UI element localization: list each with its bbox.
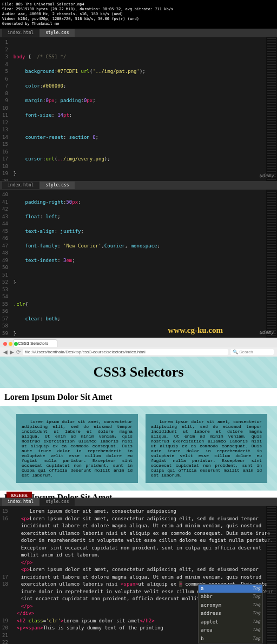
udemy-watermark: udemy: [259, 329, 274, 337]
autocomplete-item[interactable]: appletTag: [199, 618, 262, 627]
editor-tabs: index.html style.css: [0, 498, 277, 506]
tab-style-css[interactable]: style.css: [40, 182, 74, 189]
address-bar: ◀ ▶ ⟳ file:///Users/benfhala/Desktop/css…: [0, 347, 277, 357]
autocomplete-item[interactable]: aTag: [199, 585, 262, 593]
search-input[interactable]: 🔍 Search: [230, 349, 274, 355]
code-editor-2: index.html style.css 4041424344454647484…: [0, 181, 277, 338]
meta-size: Size: 29519700 bytes (28.22 MiB), durati…: [2, 7, 275, 12]
line-gutter: 1516 1718 19202122: [0, 506, 11, 644]
minimize-icon[interactable]: [9, 342, 12, 346]
meta-audio: Audio: aac, 48000 Hz, 2 channels, s16, 1…: [2, 12, 275, 17]
browser-tab[interactable]: CSS3 Selectors: [13, 339, 57, 347]
minimap[interactable]: [266, 37, 277, 181]
badge-02geek: 02GEEK: [6, 492, 32, 498]
traffic-lights[interactable]: [3, 342, 18, 346]
text-column-1: Lorem ipsum dolor sit amet, consectetur …: [16, 414, 138, 483]
udemy-watermark: udemy: [259, 172, 274, 180]
page-title: CSS3 Selectors: [0, 357, 277, 388]
autocomplete-item[interactable]: addressTag: [199, 609, 262, 618]
editor-tabs: index.html style.css: [0, 181, 277, 190]
back-button[interactable]: ◀: [3, 349, 8, 355]
autocomplete-popup[interactable]: aTag abbrTag acronymTag addressTag apple…: [198, 584, 263, 644]
minimap[interactable]: [266, 506, 277, 644]
thumbnail-metadata: File: 005 The Universal Selector.mp4 Siz…: [0, 0, 277, 29]
maximize-icon[interactable]: [14, 342, 18, 346]
page-content: CSS3 Selectors Lorem Ipsum Dolor Sit Ame…: [0, 357, 277, 498]
tab-index-html[interactable]: index.html: [2, 182, 39, 189]
forward-button[interactable]: ▶: [10, 349, 14, 355]
tab-index-html[interactable]: index.html: [2, 29, 39, 37]
autocomplete-item[interactable]: areaTag: [199, 626, 262, 635]
minimap[interactable]: [266, 190, 277, 338]
tab-index-html[interactable]: index.html: [2, 498, 39, 506]
tab-style-css[interactable]: style.css: [40, 29, 74, 37]
browser-window: CSS3 Selectors ◀ ▶ ⟳ file:///Users/benfh…: [0, 338, 277, 498]
cgku-watermark: www.cg-ku.com: [168, 324, 223, 337]
autocomplete-item[interactable]: abbrTag: [199, 593, 262, 601]
tab-style-css[interactable]: style.css: [40, 498, 74, 506]
autocomplete-item[interactable]: bTag: [199, 635, 262, 643]
autocomplete-item[interactable]: acronymTag: [199, 601, 262, 610]
reload-button[interactable]: ⟳: [16, 349, 21, 355]
editor-tabs: index.html style.css: [0, 29, 277, 37]
meta-file: File: 005 The Universal Selector.mp4: [2, 2, 275, 7]
meta-video: Video: h264, yuv420p, 1280x720, 516 kb/s…: [2, 17, 275, 22]
code-editor-3: index.html style.css 1516 1718 19202122 …: [0, 498, 277, 644]
meta-gen: Generated by Thumbnail me: [2, 22, 275, 26]
section-heading: Lorem Ipsum Dolor Sit Amet: [0, 388, 277, 406]
url-input[interactable]: file:///Users/benfhala/Desktop/css3-cour…: [23, 349, 228, 355]
section-heading-2: Lorem Ipsum Dolor Sit Amet 02GEEK udemy: [0, 491, 277, 498]
text-column-2: Lorem ipsum dolor sit amet, consectetur …: [146, 414, 267, 483]
code-editor-1: index.html style.css 12345678910 1112131…: [0, 29, 277, 181]
close-icon[interactable]: [3, 342, 7, 346]
